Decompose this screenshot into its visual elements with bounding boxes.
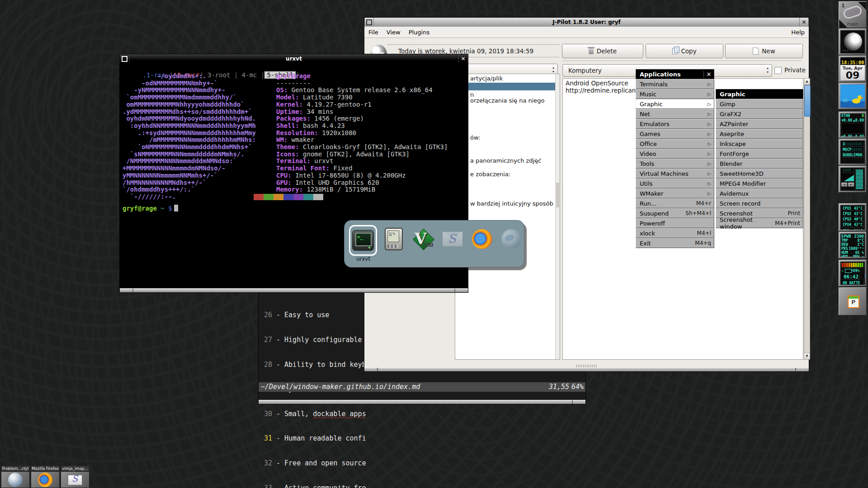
menu-item-inkscape[interactable]: Inkscape — [716, 139, 803, 149]
menu-item-grafx2[interactable]: GraFX2 — [716, 109, 803, 119]
memo-list[interactable]: artycja/plik n orzełączania się na niego… — [455, 74, 560, 360]
jpilot-titlebar[interactable]: J-Pilot 1.8.2 User: gryf ✕ — [364, 18, 809, 27]
miniaturize-button[interactable] — [120, 54, 129, 63]
menu-item-tools[interactable]: Tools▷ — [636, 159, 714, 169]
list-scrollbar[interactable] — [555, 74, 560, 359]
menu-view[interactable]: View — [382, 29, 405, 36]
graphic-submenu-title[interactable]: Graphic — [716, 89, 803, 99]
selected-row[interactable] — [455, 83, 560, 90]
menu-item-blender[interactable]: Blender — [716, 159, 803, 169]
menu-item-sweethome3d[interactable]: SweetHome3D — [716, 169, 803, 178]
dock-weather-app[interactable]: EPWR2300 TMP8°C DEW2°C PRS1009ʰᴾᵃ HUM65 … — [839, 232, 867, 258]
clock-date: 09 — [840, 70, 865, 80]
menu-item-games[interactable]: Games▷ — [636, 129, 714, 139]
menu-item-utils[interactable]: Utils▷ — [636, 178, 714, 188]
copy-button[interactable]: Copy — [646, 44, 723, 58]
dock-phase-app[interactable]: ··· — [839, 28, 867, 55]
applications-menu-title[interactable]: Applications ✕ — [636, 69, 714, 79]
mixer-prev-button[interactable]: ◄ — [841, 183, 847, 187]
dock-clock-app[interactable]: 18:35:00 Tue, Apr 09 — [839, 56, 867, 82]
new-button[interactable]: New — [725, 44, 803, 58]
close-button[interactable]: ✕ — [458, 54, 468, 63]
envelope-icon: S — [68, 475, 82, 485]
chevron-right-icon: ▷ — [708, 112, 711, 117]
jpilot-resizebar[interactable] — [364, 367, 809, 371]
urxvt-titlebar[interactable]: urxvt ✕ — [120, 54, 468, 63]
dock-bubblemon-app[interactable]: 01 — [839, 83, 867, 109]
vim-resizebar[interactable] — [259, 400, 585, 404]
menu-item-graphic[interactable]: Graphic▷ — [636, 99, 714, 109]
menu-item-gimp[interactable]: Gimp — [716, 99, 803, 109]
separator — [562, 61, 802, 61]
private-checkbox[interactable] — [774, 67, 782, 74]
menu-item-virtual-machines[interactable]: Virtual Machines▷ — [636, 169, 714, 178]
menu-item-avidemux[interactable]: Avidemux — [716, 188, 803, 198]
miniaturize-icon — [366, 19, 372, 25]
menu-item-mpeg4-modifier[interactable]: MPEG4 Modifier — [716, 178, 803, 188]
dock-lcd-status-app[interactable]: X88888888 MOCP88888 BUBBLEMON — [839, 139, 867, 165]
switcher-slot-browser[interactable] — [499, 225, 524, 253]
switcher-slot-firefox[interactable] — [469, 225, 495, 253]
close-button[interactable]: ✕ — [799, 18, 809, 27]
globe-icon — [501, 229, 521, 249]
menu-item-azpainter[interactable]: AZPainter — [716, 119, 803, 129]
scroll-down-icon[interactable]: ▼ — [804, 353, 810, 359]
menu-plugins[interactable]: Plugins — [405, 29, 434, 36]
menu-item-net[interactable]: Net▷ — [636, 109, 714, 119]
miniwindow-firefox[interactable]: Mozilla Firefox — [31, 465, 60, 488]
menu-item-suspend[interactable]: SusupendSh+M4+l — [636, 208, 714, 218]
switcher-slot-urxvt[interactable]: >_ — [349, 225, 377, 256]
miniaturize-button[interactable] — [364, 18, 374, 27]
menu-item-screen-record[interactable]: Screen record — [716, 198, 803, 208]
list-row[interactable]: a panoramicznych zdjęć — [470, 157, 541, 164]
dock-network-monitor[interactable]: ETH0B ▼0.00▲0.00 ▼0.00▲0.00 — [839, 112, 867, 138]
close-icon[interactable]: ✕ — [703, 71, 714, 78]
miniwindow-mail[interactable]: vimja_imap... S — [61, 465, 90, 488]
chevron-right-icon: ▷ — [708, 131, 711, 136]
urxvt-resizebar[interactable] — [120, 288, 468, 292]
spinner-icon[interactable]: ▴▾ — [552, 66, 554, 74]
menu-item-xlock[interactable]: xlockM4+l — [636, 228, 714, 238]
menu-item-office[interactable]: Office▷ — [636, 139, 714, 149]
switcher-slot-vim[interactable]: Vim — [410, 225, 436, 253]
list-row[interactable]: ów: — [470, 134, 480, 141]
volume-wedge[interactable] — [841, 174, 854, 182]
dock-mixer-app[interactable]: 8488 ◄► — [839, 166, 867, 192]
list-row[interactable]: artycja/plik — [470, 75, 503, 82]
terminal-tabbar: .1-rss.|*2-moc*| 3-root | 4-mc |5-shell| — [120, 63, 468, 71]
menu-item-screenshot-window[interactable]: Screenshot windowM4+Print — [716, 218, 803, 228]
scrollbar-thumb[interactable] — [556, 183, 559, 207]
chevron-right-icon: ▷ — [708, 102, 711, 107]
menu-item-exit[interactable]: ExitM4+q — [636, 238, 714, 248]
dock-clip-workspace[interactable]: 1 main — [839, 1, 867, 28]
menu-file[interactable]: File — [364, 29, 382, 36]
menu-help[interactable]: Help — [787, 29, 809, 36]
list-row[interactable]: w bardziej intuicyjny sposób d — [470, 200, 559, 207]
menu-item-wmaker[interactable]: WMaker▷ — [636, 188, 714, 198]
menu-item-fontforge[interactable]: FontForge — [716, 149, 803, 159]
scrollbar-thumb[interactable] — [804, 85, 811, 117]
dock-battery-monitor[interactable]: ⌁89% 06:42B1 ON BATTE — [839, 260, 867, 286]
dock-launcher-p[interactable]: P — [839, 287, 867, 315]
list-row[interactable]: orzełączania się na niego — [470, 97, 545, 104]
menu-item-emulators[interactable]: Emulators▷ — [636, 119, 714, 129]
menu-item-terminals[interactable]: Terminals▷ — [636, 79, 714, 89]
switcher-slot-jpilot[interactable] — [381, 225, 406, 253]
spinner-icon[interactable]: ▴▾ — [767, 66, 769, 74]
dock-temperature-monitor[interactable]: CPU143°C CPU243°C CPU340°C CPU443°C GPU3… — [839, 203, 867, 231]
menu-item-music[interactable]: Music▷ — [636, 89, 714, 99]
switcher-slot-mail[interactable]: S — [440, 225, 465, 253]
clip-arrow-icon[interactable] — [858, 2, 866, 10]
scroll-up-icon[interactable]: ▲ — [804, 79, 810, 85]
list-row[interactable]: e zobaczenia: — [470, 171, 510, 178]
mixer-next-button[interactable]: ► — [848, 183, 854, 187]
menu-item-video[interactable]: Video▷ — [636, 149, 714, 159]
menu-item-aseprite[interactable]: Aseprite — [716, 129, 803, 139]
menu-item-run[interactable]: Run...M4+r — [636, 198, 714, 208]
miniwindow-problem[interactable]: Problem...ctyl — [1, 465, 30, 488]
delete-button[interactable]: Delete — [562, 44, 643, 58]
memo-scrollbar[interactable]: ▲ ▼ — [804, 78, 810, 360]
menu-item-poweroff[interactable]: Poweroff — [636, 218, 714, 228]
terminal-icon: >_ — [352, 230, 374, 251]
net-graph — [841, 123, 864, 134]
